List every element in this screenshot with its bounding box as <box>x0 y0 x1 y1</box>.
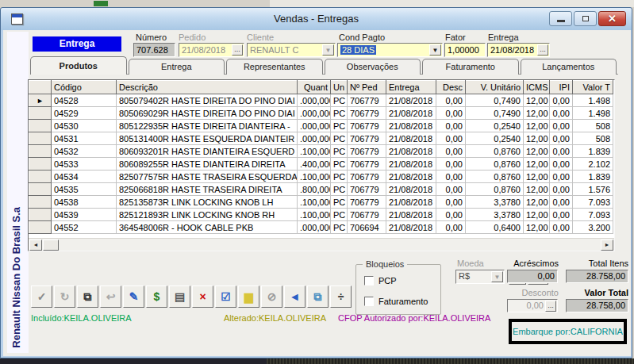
copy-button[interactable]: ⧉ <box>307 285 329 308</box>
grid-cell[interactable]: 0,00 <box>550 132 573 145</box>
grid-cell[interactable]: 0,00 <box>436 132 466 145</box>
entrega-ellipsis-button[interactable]: ... <box>537 44 548 56</box>
grid-cell[interactable]: 12,00 <box>524 196 550 209</box>
grid-cell[interactable]: 706779 <box>348 120 386 132</box>
undo-button[interactable]: ↩ <box>100 285 121 308</box>
table-row[interactable]: 04531805131400R HASTE ESQUERDA DIANTEIR.… <box>29 132 613 145</box>
scrollbar-thumb[interactable] <box>43 239 59 251</box>
row-selector[interactable] <box>29 107 52 120</box>
grid-cell[interactable]: 21/08/2018 <box>386 209 436 221</box>
grid-cell[interactable]: 12,00 <box>524 221 550 234</box>
cond-pagto-combo[interactable]: 28 DIAS ▼ <box>337 43 443 57</box>
grid-cell[interactable]: 0,7490 <box>466 94 524 107</box>
minimize-button[interactable] <box>549 11 572 26</box>
grid-cell[interactable]: 0,00 <box>550 158 573 171</box>
grid-cell[interactable]: 508 <box>573 132 613 145</box>
row-selector[interactable] <box>29 183 52 196</box>
grid-cell[interactable]: 21/08/2018 <box>386 145 436 158</box>
table-row[interactable]: 04539825121893R LINK LOCKING KNOB RH.100… <box>29 209 613 221</box>
grid-cell[interactable]: .000,000 <box>298 132 331 145</box>
grid-cell[interactable]: 12,00 <box>524 107 550 120</box>
column-header[interactable]: Entrega <box>386 81 436 94</box>
grid-cell[interactable]: 21/08/2018 <box>386 94 436 107</box>
grid-cell[interactable]: 3.200 <box>573 221 613 234</box>
grid-cell[interactable]: 0,00 <box>436 158 466 171</box>
grid-cell[interactable]: 12,00 <box>524 183 550 196</box>
grid-cell[interactable]: 7.093 <box>573 209 613 221</box>
tab-representantes[interactable]: Representantes <box>226 59 323 75</box>
horizontal-scrollbar[interactable]: ◄ ► <box>29 238 614 251</box>
table-row[interactable]: 04538825135873R LINK LOCKING KNOB LH.100… <box>29 196 613 209</box>
grid-cell[interactable]: 21/08/2018 <box>386 221 436 234</box>
row-selector[interactable] <box>29 132 52 145</box>
grid-cell[interactable]: 04531 <box>52 132 117 145</box>
grid-cell[interactable]: 0,2540 <box>466 132 524 145</box>
grid-cell[interactable]: 0,8760 <box>466 171 524 183</box>
grid-cell[interactable]: 0,00 <box>436 183 466 196</box>
grid-cell[interactable]: 0,8760 <box>466 158 524 171</box>
grid-cell[interactable]: 706779 <box>348 94 386 107</box>
grid-cell[interactable]: 1.498 <box>573 94 613 107</box>
grid-cell[interactable]: 825135873R LINK LOCKING KNOB LH <box>117 196 298 209</box>
grid-cell[interactable]: 364548006R - HOOK CABLE PKB <box>117 221 298 234</box>
grid-cell[interactable]: .400,000 <box>298 158 331 171</box>
grid-cell[interactable]: 04529 <box>52 107 117 120</box>
grid-cell[interactable]: .100,000 <box>298 196 331 209</box>
grid-cell[interactable]: 806093201R HASTE DIANTEIRA ESQUERD <box>117 145 298 158</box>
faturamento-checkbox-row[interactable]: Faturamento <box>364 297 428 306</box>
scroll-right-icon[interactable]: ► <box>601 239 613 251</box>
grid-cell[interactable]: PC <box>331 94 348 107</box>
table-row[interactable]: 04529805069029R HASTE DIREITA DO PINO DI… <box>29 107 613 120</box>
table-row[interactable]: 04535825066818R HASTE TRASEIRA DIREITA.8… <box>29 183 613 196</box>
refresh-button[interactable]: ↻ <box>54 285 75 308</box>
grid-cell[interactable]: 806089255R HASTE DIANTEIRA DIREITA <box>117 158 298 171</box>
grid-cell[interactable]: 21/08/2018 <box>386 120 436 132</box>
grid-cell[interactable]: 706779 <box>348 209 386 221</box>
current-row-marker[interactable]: ► <box>29 94 52 107</box>
grid-cell[interactable]: 21/08/2018 <box>386 183 436 196</box>
cancel-button[interactable]: ⊘ <box>261 285 282 308</box>
grid-cell[interactable]: 04552 <box>52 221 117 234</box>
grid-cell[interactable]: 04532 <box>52 145 117 158</box>
table-row[interactable]: 04530805122935R HASTE DIREITA DIANTEIRA … <box>29 120 613 132</box>
grid-cell[interactable]: 0,00 <box>550 183 573 196</box>
row-selector[interactable] <box>29 120 52 132</box>
row-selector[interactable] <box>29 145 52 158</box>
grid-cell[interactable]: 805131400R HASTE ESQUERDA DIANTEIR <box>117 132 298 145</box>
grid-cell[interactable]: 825066818R HASTE TRASEIRA DIREITA <box>117 183 298 196</box>
grid-cell[interactable]: 706779 <box>348 158 386 171</box>
grid-cell[interactable]: 1.576 <box>573 183 613 196</box>
document-check-button[interactable]: ☑ <box>215 285 236 308</box>
cliente-field[interactable]: RENAULT C ▼ <box>247 43 336 57</box>
column-header[interactable]: Código <box>52 81 117 94</box>
pcp-checkbox-row[interactable]: PCP <box>364 276 397 285</box>
column-header[interactable]: Desc <box>436 81 466 94</box>
grid-cell[interactable]: 0,6400 <box>466 221 524 234</box>
grid-cell[interactable]: .000,000 <box>298 221 331 234</box>
grid-cell[interactable]: 0,00 <box>436 209 466 221</box>
grid-cell[interactable]: 0,7490 <box>466 107 524 120</box>
grid-cell[interactable]: 04533 <box>52 158 117 171</box>
grid-cell[interactable]: 805069029R HASTE DIREITA DO PINO DIAI <box>117 107 298 120</box>
pcp-pe-button[interactable]: ⧉ <box>77 285 98 308</box>
column-header[interactable]: Nº Ped <box>348 81 386 94</box>
grid-cell[interactable]: 04535 <box>52 183 117 196</box>
grid-cell[interactable]: PC <box>331 132 348 145</box>
grid-cell[interactable]: PC <box>331 158 348 171</box>
row-selector[interactable] <box>29 171 52 183</box>
grid-cell[interactable]: 0,00 <box>550 196 573 209</box>
grid-cell[interactable]: 21/08/2018 <box>386 132 436 145</box>
column-header[interactable]: V. Unitário <box>466 81 524 94</box>
column-header[interactable]: Un <box>331 81 348 94</box>
grid-cell[interactable]: 0,00 <box>436 120 466 132</box>
folder-button[interactable]: ▆ <box>238 285 259 308</box>
row-selector-header[interactable] <box>29 81 52 94</box>
grid-cell[interactable]: 0,00 <box>550 94 573 107</box>
grid-cell[interactable]: 12,00 <box>524 132 550 145</box>
grid-cell[interactable]: 0,8760 <box>466 183 524 196</box>
tab-lancamentos[interactable]: Lançamentos <box>521 59 617 75</box>
confirm-button[interactable]: ✓ <box>31 285 52 308</box>
grid-cell[interactable]: 3,3780 <box>466 209 524 221</box>
grid-cell[interactable]: 0,00 <box>436 107 466 120</box>
grid-cell[interactable]: .100,000 <box>298 171 331 183</box>
